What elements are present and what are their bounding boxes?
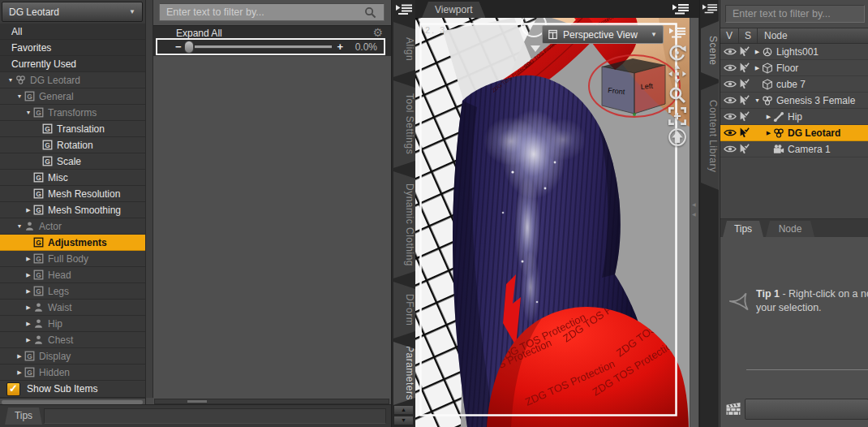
splitter-collapse-icon[interactable]: ◀ [692,201,696,207]
reset-icon[interactable] [668,128,686,146]
param-group-legs[interactable]: ▶Legs [0,283,145,300]
viewport-splitter[interactable]: ◀ ◀ [690,18,699,427]
filter-item-currently-used[interactable]: Currently Used [0,56,145,72]
slider-decrement-button[interactable]: − [175,41,182,53]
param-group-mesh-resolution[interactable]: Mesh Resolution [0,186,145,202]
column-node[interactable]: Node [758,28,868,43]
tab-tips[interactable]: Tips [723,221,763,237]
pane-menu-icon[interactable] [702,2,718,15]
column-selectable[interactable]: S [739,28,758,43]
zoom-icon[interactable] [668,86,686,104]
scene-row-genesis-3-female[interactable]: ▼Genesis 3 Female [720,93,868,109]
expand-arrow-icon[interactable]: ▶ [24,337,33,343]
viewport-pane-menu-icon[interactable] [672,2,690,15]
visibility-eye-icon[interactable] [724,63,737,73]
selectable-cursor-icon[interactable] [738,63,750,74]
slider-increment-button[interactable]: + [337,41,343,53]
show-sub-items-checkbox[interactable]: ✓ [6,382,20,396]
param-group-hidden[interactable]: ▶Hidden [0,364,145,381]
selectable-cursor-icon[interactable] [738,95,750,106]
param-group-scale[interactable]: Scale [0,153,145,170]
parameters-filter-input[interactable] [159,3,385,21]
visibility-eye-icon[interactable] [724,95,737,106]
tab-tips-bottom[interactable]: Tips [5,408,42,425]
tab-dynamic-clothing[interactable]: Dynamic Clothing [393,171,415,278]
scene-row-camera-1[interactable]: Camera 1 [720,141,868,157]
tab-viewport[interactable]: Viewport [422,2,485,18]
expand-arrow-icon[interactable]: ▶ [24,207,33,214]
scene-row-hip[interactable]: ▶Hip [720,109,868,125]
tab-node[interactable]: Node [766,221,814,237]
selectable-cursor-icon[interactable] [738,111,750,123]
tab-scroll-down-button[interactable]: ▼ [393,416,414,425]
selectable-cursor-icon[interactable] [738,79,750,90]
render-clapperboard-icon[interactable] [725,402,741,416]
visibility-eye-icon[interactable] [724,127,737,138]
viewport-options-menu-icon[interactable] [668,24,686,41]
selectable-cursor-icon[interactable] [738,46,750,58]
expand-arrow-icon[interactable]: ▶ [15,369,24,376]
tab-parameters[interactable]: Parameters [393,342,415,405]
expand-arrow-icon[interactable]: ▶ [24,272,33,278]
expand-arrow-icon[interactable]: ▶ [15,353,24,360]
tab-scene[interactable]: Scene [701,21,719,80]
collapse-arrow-icon[interactable]: ▼ [15,223,24,229]
tab-scroll-up-button[interactable]: ▲ [393,405,414,415]
scene-row-dg-leotard[interactable]: ▶DG Leotard [720,125,868,141]
tab-align[interactable]: Align [393,22,415,77]
expand-all-button[interactable]: Expand All [176,28,222,39]
splitter-collapse-icon[interactable]: ◀ [692,211,696,217]
collapse-arrow-icon[interactable]: ▼ [24,110,33,115]
scene-row-floor[interactable]: ▶Floor [720,60,868,76]
scene-row-lights001[interactable]: ▶Lights001 [720,44,868,60]
slider-handle[interactable] [184,41,194,54]
param-group-hip[interactable]: ▶Hip [0,316,145,332]
tab-tool-settings[interactable]: Tool Settings [393,80,415,168]
collapse-arrow-icon[interactable]: ▼ [753,97,762,103]
parameter-scope-dropdown[interactable]: DG Leotard ▼ [2,2,143,22]
visibility-eye-icon[interactable] [724,111,737,122]
expand-arrow-icon[interactable]: ▶ [764,114,773,120]
left-panel-vertical-scrollbar[interactable] [145,0,153,398]
expand-arrow-icon[interactable]: ▶ [753,65,762,71]
column-visible[interactable]: V [720,28,739,43]
param-group-full-body[interactable]: ▶Full Body [0,251,145,267]
visibility-eye-icon[interactable] [724,79,737,89]
camera-view-dropdown[interactable]: Perspective View ▼ [542,25,664,44]
pane-menu-icon[interactable] [395,2,413,16]
param-group-general[interactable]: ▼General [0,88,145,105]
visibility-eye-icon[interactable] [724,46,737,57]
scene-filter-input[interactable] [725,5,865,23]
filter-item-favorites[interactable]: Favorites [0,40,145,56]
expand-arrow-icon[interactable]: ▶ [24,256,33,262]
expand-arrow-icon[interactable]: ▶ [753,49,762,55]
expand-arrow-icon[interactable]: ▶ [24,304,33,311]
parameters-horizontal-scrollbar[interactable] [154,399,389,404]
param-group-rotation[interactable]: Rotation [0,137,145,153]
expand-arrow-icon[interactable]: ▶ [24,288,33,295]
param-group-head[interactable]: ▶Head [0,267,145,283]
param-group-misc[interactable]: Misc [0,170,145,186]
visibility-eye-icon[interactable] [724,144,737,154]
collapse-arrow-icon[interactable]: ▼ [15,93,24,99]
slider-track[interactable] [195,45,333,49]
frame-icon[interactable] [668,107,686,125]
param-group-chest[interactable]: ▶Chest [0,332,145,348]
viewport-3d-render[interactable]: ZDG TOS Protection ZDG TOS Protection ZD… [415,18,690,427]
tab-content-library[interactable]: Content Library [701,83,719,190]
param-group-waist[interactable]: ▶Waist [0,300,145,316]
filter-item-all[interactable]: All [0,24,145,40]
param-group-display[interactable]: ▶Display [0,348,145,364]
pan-icon[interactable] [668,65,686,83]
expand-arrow-icon[interactable]: ▶ [24,321,33,327]
selectable-cursor-icon[interactable] [738,127,750,139]
scene-row-cube-7[interactable]: cube 7 [720,76,868,93]
selectable-cursor-icon[interactable] [738,144,750,155]
gear-icon[interactable]: ⚙ [372,26,383,39]
param-group-translation[interactable]: Translation [0,121,145,137]
collapse-arrow-icon[interactable]: ▼ [6,77,15,83]
tab-dform[interactable]: DForm [393,282,415,339]
orbit-icon[interactable] [668,44,686,62]
slider-value[interactable]: 0.0% [343,41,377,53]
param-group-adjustments[interactable]: Adjustments [0,235,145,251]
